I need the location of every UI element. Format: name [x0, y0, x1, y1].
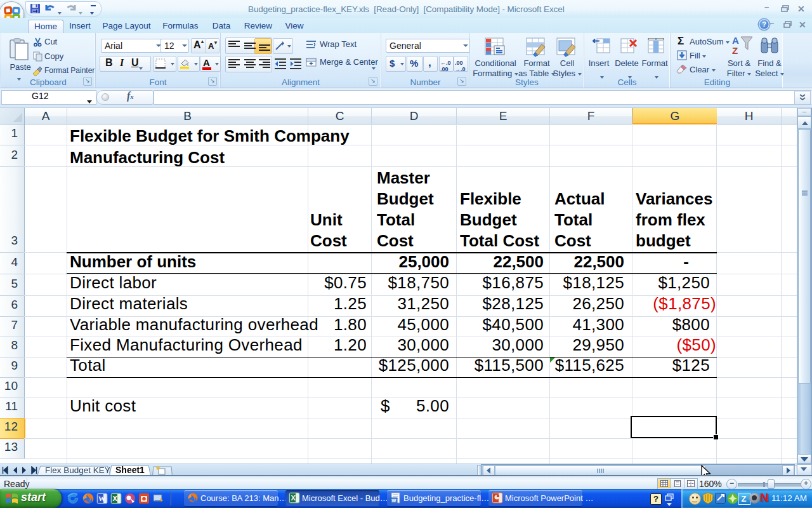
svg-text:Z: Z: [732, 45, 738, 56]
svg-text:X: X: [113, 495, 118, 502]
svg-text:A: A: [732, 36, 739, 46]
svg-text:W: W: [392, 498, 396, 503]
svg-text:W: W: [98, 495, 105, 502]
svg-text:X: X: [291, 494, 296, 502]
